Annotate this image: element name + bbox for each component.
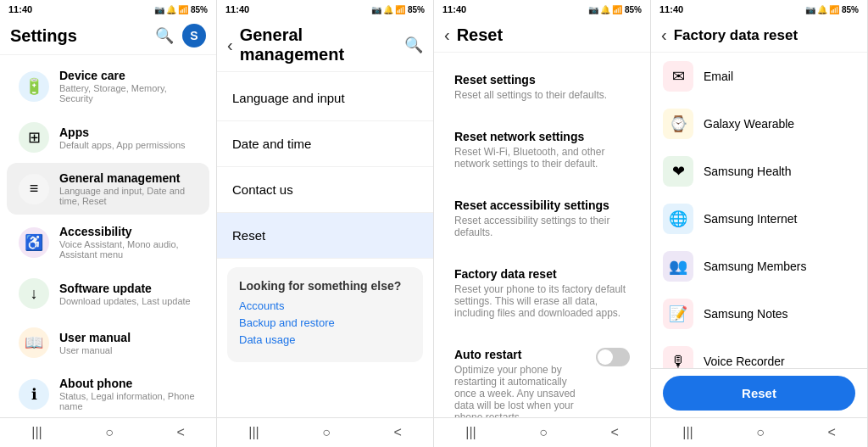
back-button-reset[interactable]: ‹ (444, 25, 450, 45)
auto-restart-title: Auto restart (454, 348, 589, 361)
sidebar-item-software-update[interactable]: ↓ Software update Download updates, Last… (7, 270, 209, 317)
samsung-health-name: Samsung Health (704, 165, 792, 178)
home-nav-2[interactable]: ○ (322, 425, 331, 440)
settings-title: Settings (10, 26, 77, 46)
factory-reset-title: Factory data reset (454, 267, 630, 281)
menu-nav-1[interactable]: ||| (31, 425, 42, 440)
samsung-internet-item[interactable]: 🌐 Samsung Internet (651, 195, 867, 243)
factory-reset-item[interactable]: Factory data reset Reset your phone to i… (442, 255, 642, 331)
header-icons: 🔍 S (155, 24, 206, 47)
device-care-label: Device care (59, 69, 198, 82)
device-care-icon: 🔋 (19, 71, 49, 102)
status-icons-4: 📷 🔔 📶 85% (805, 5, 859, 14)
samsung-notes-item[interactable]: 📝 Samsung Notes (651, 290, 867, 338)
time-1: 11:40 (8, 4, 32, 14)
sidebar-item-apps[interactable]: ⊞ Apps Default apps, App permissions (7, 114, 209, 161)
language-input-item[interactable]: Language and input (217, 75, 433, 121)
back-nav-1[interactable]: < (176, 425, 184, 440)
status-bar-3: 11:40 📷 🔔 📶 85% (434, 0, 650, 19)
toggle-knob (598, 349, 613, 365)
menu-nav-3[interactable]: ||| (465, 425, 476, 440)
samsung-members-icon: 👥 (663, 251, 693, 282)
status-bar-1: 11:40 📷 🔔 📶 85% (0, 0, 216, 19)
about-phone-sub: Status, Legal information, Phone name (59, 391, 198, 411)
factory-reset-sub: Reset your phone to its factory default … (454, 283, 630, 319)
looking-section: Looking for something else? Accounts Bac… (227, 267, 423, 362)
auto-restart-item[interactable]: Auto restart Optimize your phone by rest… (442, 336, 642, 417)
reset-accessibility-item[interactable]: Reset accessibility settings Reset acces… (442, 187, 642, 250)
sidebar-item-accessibility[interactable]: ♿ Accessibility Voice Assistant, Mono au… (7, 216, 209, 268)
samsung-members-item[interactable]: 👥 Samsung Members (651, 243, 867, 290)
home-nav-1[interactable]: ○ (105, 425, 114, 440)
accessibility-sub: Voice Assistant, Mono audio, Assistant m… (59, 239, 198, 260)
gm-title: General management (240, 25, 404, 64)
reset-accessibility-sub: Reset accessibility settings to their de… (454, 215, 630, 238)
bottom-nav-2: ||| ○ < (217, 417, 433, 447)
auto-restart-toggle[interactable] (596, 348, 630, 366)
about-phone-icon: ℹ (19, 379, 49, 410)
settings-panel: 11:40 📷 🔔 📶 85% Settings 🔍 S 🔋 Device ca… (0, 0, 217, 447)
reset-list: Reset settings Reset all settings to the… (434, 53, 650, 417)
galaxy-wearable-name: Galaxy Wearable (704, 117, 794, 131)
status-bar-2: 11:40 📷 🔔 📶 85% (217, 0, 433, 19)
status-icons-2: 📷 🔔 📶 85% (371, 5, 425, 14)
reset-settings-item[interactable]: Reset settings Reset all settings to the… (442, 61, 642, 113)
reset-settings-sub: Reset all settings to their defaults. (454, 89, 630, 101)
reset-panel: 11:40 📷 🔔 📶 85% ‹ Reset Reset settings R… (434, 0, 651, 447)
email-app-item[interactable]: ✉ Email (651, 53, 867, 100)
back-nav-2[interactable]: < (393, 425, 401, 440)
home-nav-4[interactable]: ○ (756, 425, 765, 440)
user-manual-label: User manual (59, 331, 198, 344)
auto-restart-sub: Optimize your phone by restarting it aut… (454, 364, 589, 417)
general-management-icon: ≡ (19, 174, 49, 204)
reset-title: Reset (457, 25, 503, 45)
menu-nav-4[interactable]: ||| (682, 425, 693, 440)
reset-button[interactable]: Reset (663, 376, 855, 411)
galaxy-wearable-item[interactable]: ⌚ Galaxy Wearable (651, 100, 867, 148)
user-manual-sub: User manual (59, 345, 198, 355)
galaxy-wearable-icon: ⌚ (663, 109, 693, 139)
contact-us-item[interactable]: Contact us (217, 167, 433, 213)
date-time-item[interactable]: Date and time (217, 121, 433, 167)
avatar[interactable]: S (182, 24, 206, 47)
reset-header: ‹ Reset (434, 19, 650, 53)
software-update-icon: ↓ (19, 278, 49, 309)
samsung-health-item[interactable]: ❤ Samsung Health (651, 148, 867, 195)
home-nav-3[interactable]: ○ (539, 425, 548, 440)
device-care-sub: Battery, Storage, Memory, Security (59, 83, 198, 103)
apps-sub: Default apps, App permissions (59, 140, 198, 150)
back-nav-4[interactable]: < (827, 425, 835, 440)
samsung-notes-name: Samsung Notes (704, 307, 788, 321)
back-nav-3[interactable]: < (610, 425, 618, 440)
email-app-icon: ✉ (663, 61, 693, 92)
status-icons-1: 📷 🔔 📶 85% (154, 5, 208, 14)
back-button-fdr[interactable]: ‹ (661, 25, 667, 45)
reset-network-title: Reset network settings (454, 130, 630, 143)
bottom-nav-1: ||| ○ < (0, 417, 216, 447)
reset-network-item[interactable]: Reset network settings Reset Wi-Fi, Blue… (442, 118, 642, 182)
sidebar-item-device-care[interactable]: 🔋 Device care Battery, Storage, Memory, … (7, 60, 209, 112)
samsung-notes-icon: 📝 (663, 299, 693, 329)
samsung-health-icon: ❤ (663, 156, 693, 187)
search-icon-gm[interactable]: 🔍 (404, 36, 423, 54)
accounts-link[interactable]: Accounts (239, 299, 411, 312)
voice-recorder-icon: 🎙 (663, 346, 693, 368)
apps-label: Apps (59, 126, 198, 139)
time-2: 11:40 (225, 4, 249, 14)
app-list: ✉ Email ⌚ Galaxy Wearable ❤ Samsung Heal… (651, 53, 867, 368)
sidebar-item-user-manual[interactable]: 📖 User manual User manual (7, 319, 209, 366)
general-management-label: General management (59, 171, 198, 185)
sidebar-item-about-phone[interactable]: ℹ About phone Status, Legal information,… (7, 368, 209, 417)
back-button-gm[interactable]: ‹ (227, 36, 233, 55)
backup-link[interactable]: Backup and restore (239, 316, 411, 329)
general-management-panel: 11:40 📷 🔔 📶 85% ‹ General management 🔍 L… (217, 0, 434, 447)
voice-recorder-item[interactable]: 🎙 Voice Recorder (651, 338, 867, 368)
general-management-sub: Language and input, Date and time, Reset (59, 186, 198, 206)
sidebar-item-general-management[interactable]: ≡ General management Language and input,… (7, 163, 209, 215)
menu-nav-2[interactable]: ||| (248, 425, 259, 440)
data-usage-link[interactable]: Data usage (239, 333, 411, 346)
fdr-title: Factory data reset (674, 27, 798, 44)
reset-item-gm[interactable]: Reset (217, 213, 433, 259)
voice-recorder-name: Voice Recorder (704, 355, 785, 368)
search-icon[interactable]: 🔍 (155, 26, 174, 45)
